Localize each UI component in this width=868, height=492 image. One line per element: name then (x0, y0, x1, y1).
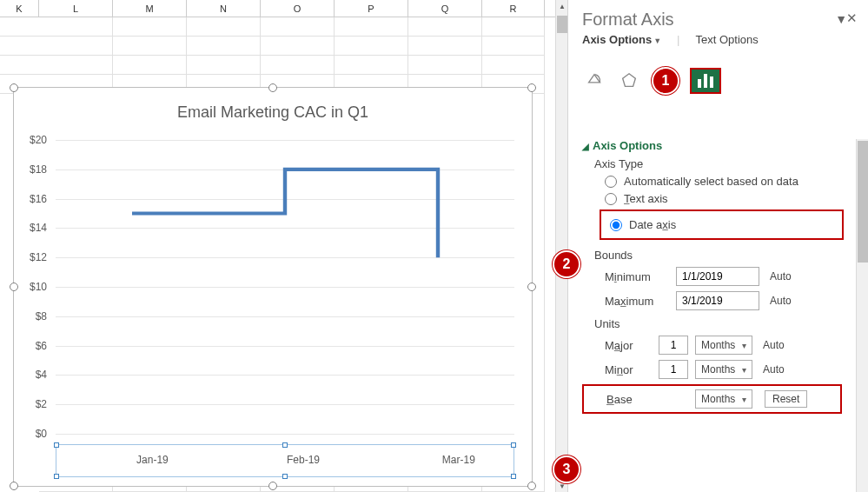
y-tick: $4 (36, 369, 47, 381)
resize-handle[interactable] (10, 83, 18, 92)
resize-handle[interactable] (268, 83, 277, 92)
bounds-label: Bounds (594, 249, 842, 262)
units-minor-unit[interactable]: Months (695, 360, 752, 379)
col-header[interactable]: K (0, 0, 39, 17)
radio-input[interactable] (605, 176, 617, 188)
y-tick: $14 (30, 222, 47, 234)
scroll-thumb[interactable] (858, 141, 868, 263)
radio-label: Date axis (629, 218, 676, 231)
annotation-badge-3: 3 (553, 455, 580, 483)
y-tick: $20 (30, 134, 47, 146)
units-label: Units (594, 317, 842, 330)
plot-area[interactable] (56, 140, 514, 434)
resize-handle[interactable] (527, 482, 536, 490)
units-minor-row: Minor Months Auto (605, 360, 842, 379)
major-label: Major (605, 339, 652, 352)
x-tick: Jan-19 (136, 454, 169, 466)
radio-input[interactable] (605, 193, 617, 205)
units-major-unit[interactable]: Months (695, 336, 752, 355)
col-header[interactable]: O (261, 0, 335, 17)
y-axis[interactable]: $0 $2 $4 $6 $8 $10 $12 $14 $16 $18 $20 (14, 140, 52, 434)
y-tick: $2 (36, 398, 47, 410)
y-tick: $18 (30, 163, 47, 176)
min-label: Minimum (605, 270, 669, 283)
pane-tabs: Axis Options▼ | Text Options (568, 33, 868, 50)
pane-body: ◢Axis Options Axis Type Automatically se… (568, 139, 856, 492)
x-tick: Mar-19 (442, 454, 475, 466)
scroll-thumb[interactable] (557, 16, 567, 33)
y-tick: $10 (30, 281, 47, 293)
units-base-reset[interactable]: Reset (765, 390, 807, 408)
col-header[interactable]: L (39, 0, 113, 17)
pane-icon-tabs: 1 (568, 50, 868, 107)
x-tick: Feb-19 (287, 454, 320, 466)
annotation-badge-2: 2 (553, 250, 580, 278)
col-header[interactable]: P (335, 0, 408, 17)
resize-handle[interactable] (10, 482, 18, 490)
units-major-value[interactable] (659, 336, 688, 355)
units-minor-value[interactable] (659, 360, 688, 379)
y-tick: $12 (30, 251, 47, 263)
units-base-unit[interactable]: Months (695, 389, 752, 409)
y-tick: $0 (36, 428, 47, 440)
radio-label: Text axis (624, 192, 668, 205)
axis-handle[interactable] (511, 442, 516, 448)
bounds-min-row: Minimum Auto (605, 267, 842, 286)
axis-handle[interactable] (282, 474, 288, 479)
format-axis-pane: Format Axis ▼ ✕ Axis Options▼ | Text Opt… (568, 0, 868, 492)
resize-handle[interactable] (527, 283, 536, 291)
bounds-max-auto[interactable]: Auto (770, 295, 792, 307)
max-label: Maximum (605, 295, 669, 308)
section-axis-options[interactable]: ◢Axis Options (582, 139, 842, 152)
base-label: Base (606, 393, 653, 406)
y-tick: $8 (36, 310, 47, 322)
scroll-up-icon[interactable]: ▲ (556, 0, 568, 12)
col-header[interactable]: Q (408, 0, 482, 17)
bounds-min-input[interactable] (676, 267, 759, 286)
units-major-row: Major Months Auto (605, 336, 842, 355)
bounds-max-input[interactable] (676, 291, 759, 310)
series-line[interactable] (56, 140, 514, 434)
svg-marker-0 (623, 74, 636, 87)
radio-input[interactable] (610, 219, 622, 231)
close-icon[interactable]: ✕ (846, 10, 858, 26)
col-header[interactable]: N (187, 0, 261, 17)
axis-type-label: Axis Type (594, 157, 842, 170)
tab-axis-options[interactable]: Axis Options▼ (582, 33, 661, 46)
axis-options-icon[interactable] (690, 68, 721, 94)
section-label: Axis Options (593, 139, 662, 152)
svg-rect-1 (698, 79, 701, 88)
radio-date-axis[interactable]: Date axis (610, 218, 838, 231)
axis-handle[interactable] (54, 442, 59, 448)
fill-line-icon[interactable] (582, 70, 606, 91)
svg-rect-3 (710, 76, 713, 88)
units-minor-auto[interactable]: Auto (763, 363, 785, 376)
resize-handle[interactable] (268, 482, 277, 490)
radio-auto-axis[interactable]: Automatically select based on data (605, 175, 842, 188)
pane-scrollbar[interactable] (856, 139, 868, 492)
bounds-min-auto[interactable]: Auto (770, 270, 792, 283)
svg-rect-2 (704, 74, 707, 88)
chevron-down-icon: ▼ (653, 37, 661, 45)
resize-handle[interactable] (527, 83, 536, 92)
bounds-max-row: Maximum Auto (605, 291, 842, 310)
effects-icon[interactable] (617, 70, 641, 91)
annotation-badge-1: 1 (652, 67, 679, 95)
col-header[interactable]: M (113, 0, 187, 17)
embedded-chart[interactable]: Email Marketing CAC in Q1 $0 $2 $4 $6 $8… (13, 87, 533, 487)
tab-text-options[interactable]: Text Options (696, 33, 759, 46)
chart-title[interactable]: Email Marketing CAC in Q1 (14, 103, 532, 122)
tab-label: Axis Options (582, 33, 652, 46)
annotation-frame-3: Base Months Reset (582, 384, 842, 414)
radio-text-axis[interactable]: Text axis (605, 192, 842, 205)
axis-handle[interactable] (282, 442, 288, 448)
axis-handle[interactable] (511, 474, 516, 479)
x-axis-selected[interactable]: Jan-19 Feb-19 Mar-19 (56, 444, 514, 477)
units-major-auto[interactable]: Auto (763, 339, 785, 351)
minor-label: Minor (605, 363, 652, 376)
axis-handle[interactable] (54, 474, 59, 479)
col-header[interactable]: R (482, 0, 545, 17)
worksheet-scrollbar[interactable]: ▲ ▼ (555, 0, 567, 492)
y-tick: $6 (36, 340, 47, 352)
pane-title: Format Axis (582, 10, 828, 30)
